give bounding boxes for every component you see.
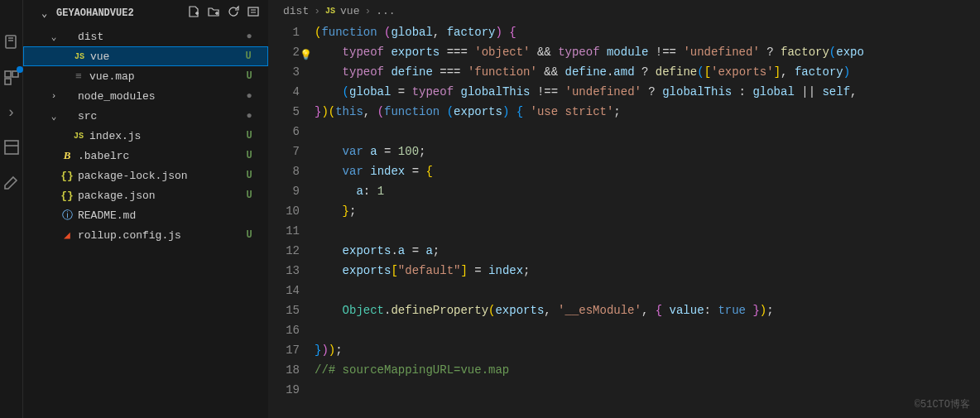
- explorer-header[interactable]: ⌄ GEYAOHANDVUE2: [23, 0, 268, 26]
- line-number: 8: [268, 161, 300, 181]
- code-editor[interactable]: 12345678910111213141516171819 (function …: [268, 22, 980, 418]
- file-icon: JS: [72, 52, 87, 61]
- chevron-right-icon[interactable]: ›: [2, 103, 22, 123]
- line-number: 16: [268, 320, 300, 340]
- folder-dist[interactable]: ⌄dist●: [23, 26, 268, 46]
- file-label: rollup.config.js: [78, 229, 243, 242]
- line-number: 17: [268, 340, 300, 360]
- line-number: 19: [268, 380, 300, 400]
- file-icon: B: [60, 149, 74, 162]
- line-number: 7: [268, 142, 300, 161]
- file-label: index.js: [89, 130, 243, 142]
- code-line[interactable]: //# sourceMappingURL=vue.map: [315, 360, 980, 380]
- file-.babelrc[interactable]: B.babelrcU: [23, 146, 268, 166]
- code-line[interactable]: (function (global, factory) {: [315, 22, 980, 42]
- code-line[interactable]: var index = {: [315, 161, 980, 181]
- file-label: node_modules: [78, 90, 243, 103]
- file-label: package-lock.json: [78, 170, 243, 182]
- layout-icon[interactable]: [2, 137, 22, 157]
- refresh-icon[interactable]: [227, 5, 240, 22]
- file-label: package.json: [78, 190, 243, 202]
- code-line[interactable]: [315, 122, 980, 142]
- line-number: 9: [268, 181, 300, 201]
- file-icon: ≡: [71, 70, 86, 83]
- extensions-icon[interactable]: [2, 68, 22, 88]
- code-content[interactable]: (function (global, factory) {💡 typeof ex…: [315, 22, 980, 418]
- js-icon: JS: [325, 7, 335, 16]
- file-label: .babelrc: [78, 150, 243, 162]
- new-folder-icon[interactable]: [207, 5, 220, 22]
- tool-icon[interactable]: [2, 172, 22, 192]
- breadcrumb-part[interactable]: dist: [283, 5, 309, 17]
- code-line[interactable]: };: [315, 201, 980, 221]
- chevron-icon: ⌄: [48, 111, 60, 122]
- file-label: vue: [90, 50, 243, 63]
- line-number: 3: [268, 62, 300, 82]
- file-README.md[interactable]: ⓘREADME.md: [23, 205, 268, 225]
- chevron-right-icon: ›: [314, 5, 320, 17]
- code-line[interactable]: [315, 221, 980, 241]
- line-number: 15: [268, 300, 300, 320]
- line-number: 1: [268, 22, 300, 42]
- new-file-icon[interactable]: [187, 5, 200, 22]
- code-line[interactable]: [315, 281, 980, 300]
- line-number: 10: [268, 201, 300, 221]
- watermark: ©51CTO博客: [915, 397, 970, 411]
- line-number: 4: [268, 82, 300, 102]
- activity-bar: ›: [0, 0, 23, 418]
- code-line[interactable]: a: 1: [315, 181, 980, 201]
- svg-rect-3: [5, 79, 11, 84]
- code-line[interactable]: typeof define === 'function' && define.a…: [315, 62, 980, 82]
- breadcrumb[interactable]: dist › JS vue › ...: [268, 0, 980, 22]
- line-gutter: 12345678910111213141516171819: [268, 22, 315, 418]
- code-line[interactable]: [315, 380, 980, 400]
- code-line[interactable]: 💡 typeof exports === 'object' && typeof …: [315, 42, 980, 62]
- line-number: 11: [268, 221, 300, 241]
- line-number: 12: [268, 241, 300, 261]
- file-vue.map[interactable]: ≡vue.mapU: [23, 66, 268, 86]
- code-line[interactable]: }));: [315, 340, 980, 360]
- collapse-icon[interactable]: [247, 5, 260, 22]
- chevron-icon: ⌄: [48, 31, 60, 42]
- lightbulb-icon[interactable]: 💡: [300, 46, 312, 65]
- code-line[interactable]: exports.a = a;: [315, 241, 980, 261]
- code-line[interactable]: exports["default"] = index;: [315, 261, 980, 281]
- code-line[interactable]: })(this, (function (exports) { 'use stri…: [315, 102, 980, 122]
- files-icon[interactable]: [2, 33, 22, 53]
- folder-src[interactable]: ⌄src●: [23, 106, 268, 126]
- line-number: 2: [268, 42, 300, 62]
- file-icon: {}: [60, 170, 74, 182]
- chevron-right-icon: ›: [364, 5, 371, 17]
- file-label: README.md: [78, 209, 243, 222]
- breadcrumb-part[interactable]: ...: [376, 5, 395, 17]
- explorer-sidebar: ⌄ GEYAOHANDVUE2 ⌄dist●JSvueU≡vue.mapU›no…: [23, 0, 268, 418]
- file-icon: {}: [60, 190, 74, 202]
- chevron-icon: ›: [48, 91, 60, 101]
- file-label: vue.map: [89, 70, 243, 83]
- file-rollup.config.js[interactable]: ◢rollup.config.jsU: [23, 225, 268, 245]
- code-line[interactable]: [315, 320, 980, 340]
- file-package.json[interactable]: {}package.jsonU: [23, 185, 268, 205]
- explorer-actions: [187, 5, 260, 22]
- line-number: 6: [268, 122, 300, 142]
- file-label: src: [78, 110, 243, 123]
- code-line[interactable]: var a = 100;: [315, 142, 980, 161]
- folder-node_modules[interactable]: ›node_modules●: [23, 86, 268, 106]
- breadcrumb-part[interactable]: vue: [340, 5, 359, 17]
- svg-rect-6: [248, 7, 258, 16]
- svg-rect-2: [12, 71, 18, 77]
- file-index.js[interactable]: JSindex.jsU: [23, 126, 268, 146]
- code-line[interactable]: (global = typeof globalThis !== 'undefin…: [315, 82, 980, 102]
- file-package-lock.json[interactable]: {}package-lock.jsonU: [23, 166, 268, 185]
- line-number: 14: [268, 281, 300, 300]
- code-line[interactable]: Object.defineProperty(exports, '__esModu…: [315, 300, 980, 320]
- file-vue[interactable]: JSvueU: [23, 46, 268, 66]
- file-label: dist: [78, 31, 243, 43]
- editor-area: dist › JS vue › ... 12345678910111213141…: [268, 0, 980, 418]
- file-icon: ⓘ: [60, 208, 74, 223]
- file-icon: ◢: [60, 228, 74, 242]
- line-number: 5: [268, 102, 300, 122]
- svg-rect-1: [5, 71, 11, 77]
- file-tree: ⌄dist●JSvueU≡vue.mapU›node_modules●⌄src●…: [23, 26, 268, 418]
- line-number: 18: [268, 360, 300, 380]
